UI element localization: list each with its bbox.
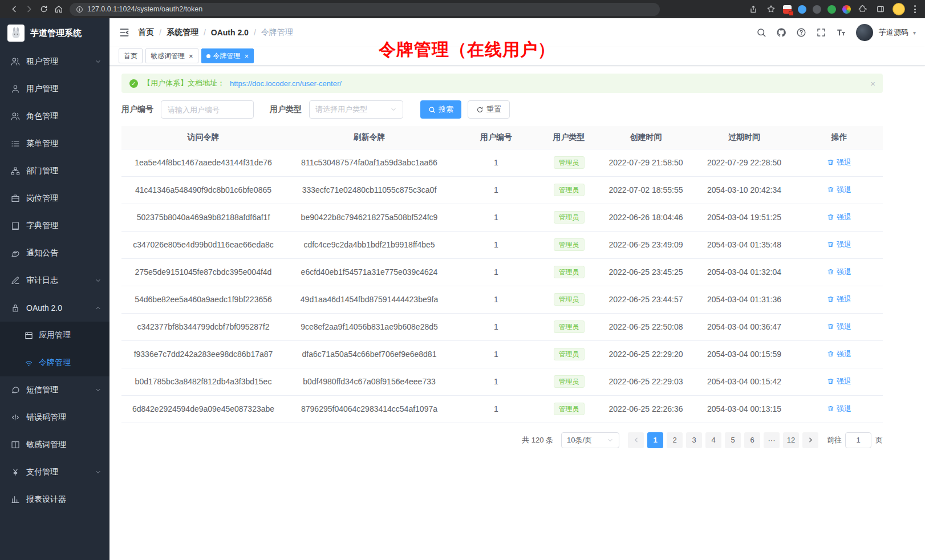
cell-create-time: 2022-06-25 23:45:25: [599, 258, 693, 286]
force-logout-button[interactable]: 强退: [827, 322, 851, 332]
sidebar-item-post[interactable]: 岗位管理: [0, 185, 109, 212]
force-logout-button[interactable]: 强退: [827, 185, 851, 195]
avatar[interactable]: [856, 24, 873, 41]
sidebar-item-oauth2-token[interactable]: 令牌管理: [0, 349, 109, 376]
extension-colorful-icon[interactable]: [842, 5, 851, 14]
sidebar-item-user[interactable]: 用户管理: [0, 75, 109, 103]
sidebar-toggle-icon[interactable]: [875, 3, 886, 15]
sidebar-item-sensitive-word[interactable]: 敏感词管理: [0, 431, 109, 458]
page-button-2[interactable]: 2: [667, 432, 683, 448]
tab-oauth2-token[interactable]: 令牌管理×: [201, 48, 254, 63]
address-bar[interactable]: 127.0.0.1:1024/system/oauth2/token: [70, 3, 660, 16]
extension-dark-icon[interactable]: [813, 5, 821, 14]
breadcrumb-item[interactable]: 首页: [138, 27, 154, 38]
breadcrumb-item[interactable]: 系统管理: [167, 27, 198, 38]
user-type-select[interactable]: 请选择用户类型: [309, 100, 403, 119]
force-logout-button[interactable]: 强退: [827, 267, 851, 277]
browser-menu-icon[interactable]: [911, 5, 918, 13]
reset-button[interactable]: 重置: [468, 100, 510, 119]
sidebar-item-audit-log[interactable]: 审计日志: [0, 267, 109, 294]
force-logout-button[interactable]: 强退: [827, 157, 851, 168]
reload-icon[interactable]: [36, 2, 51, 16]
help-icon[interactable]: [796, 27, 806, 38]
page-button-5[interactable]: 5: [725, 432, 741, 448]
sidebar-item-oauth2-application[interactable]: 应用管理: [0, 322, 109, 349]
page-size-select[interactable]: 10条/页: [561, 432, 619, 448]
cell-user-id: 1: [453, 231, 539, 258]
success-check-icon: ✓: [129, 79, 138, 88]
share-icon[interactable]: [748, 3, 759, 15]
sidebar-item-role[interactable]: 角色管理: [0, 103, 109, 130]
extension-blue-icon[interactable]: [798, 5, 806, 14]
force-logout-button[interactable]: 强退: [827, 240, 851, 250]
tab-home[interactable]: 首页: [119, 48, 143, 63]
forward-icon[interactable]: [22, 2, 36, 16]
sidebar-item-report-designer[interactable]: 报表设计器: [0, 486, 109, 513]
breadcrumb-item[interactable]: OAuth 2.0: [211, 28, 249, 37]
close-icon[interactable]: ×: [870, 79, 875, 88]
page-button-1[interactable]: 1: [647, 432, 663, 448]
sidebar-item-notice[interactable]: 通知公告: [0, 240, 109, 267]
page-ellipsis-button[interactable]: ···: [764, 432, 780, 448]
app-logo[interactable]: 芋道管理系统: [0, 18, 109, 48]
search-button-label: 搜索: [439, 104, 453, 115]
close-icon[interactable]: ×: [189, 52, 193, 60]
columns-icon: [11, 440, 20, 449]
cell-expire-time: 2022-07-29 22:28:50: [693, 149, 796, 176]
sidebar-item-pay[interactable]: 支付管理: [0, 458, 109, 486]
font-size-icon[interactable]: [836, 27, 846, 38]
page-button-12[interactable]: 12: [783, 432, 799, 448]
page-button-4[interactable]: 4: [705, 432, 721, 448]
sidebar-item-sms[interactable]: 短信管理: [0, 376, 109, 404]
cell-access-token: 6d842e2924594de9a09e45e087323abe: [121, 395, 285, 423]
force-logout-button[interactable]: 强退: [827, 212, 851, 222]
home-icon[interactable]: [51, 2, 66, 16]
goto-suffix: 页: [875, 435, 883, 445]
force-logout-button[interactable]: 强退: [827, 349, 851, 359]
bookmark-star-icon[interactable]: [765, 3, 777, 15]
extensions-puzzle-icon[interactable]: [857, 3, 869, 15]
column-header: 操作: [796, 126, 883, 149]
menu-fold-icon[interactable]: [119, 27, 130, 38]
close-icon[interactable]: ×: [245, 52, 249, 60]
page-button-6[interactable]: 6: [744, 432, 760, 448]
github-icon[interactable]: [776, 27, 786, 38]
user-id-input[interactable]: [161, 100, 254, 119]
alert-doc-link[interactable]: https://doc.iocoder.cn/user-center/: [230, 79, 342, 88]
search-icon[interactable]: [756, 27, 766, 38]
cell-user-id: 1: [453, 340, 539, 368]
cell-refresh-token: 333ecfc71e02480cb11055c875c3ca0f: [285, 176, 453, 204]
fullscreen-icon[interactable]: [816, 27, 826, 38]
page-button-3[interactable]: 3: [686, 432, 702, 448]
browser-profile-avatar[interactable]: [892, 3, 905, 15]
table-row: 1ea5e44f8bc1467aaede43144f31de76811c5304…: [121, 149, 883, 176]
sidebar-item-label: 短信管理: [26, 385, 95, 395]
chevron-down-icon[interactable]: ▾: [913, 30, 916, 36]
back-icon[interactable]: [7, 2, 22, 16]
goto-page-input[interactable]: [845, 432, 871, 448]
sidebar-item-oauth2[interactable]: OAuth 2.0: [0, 294, 109, 322]
site-info-icon[interactable]: [76, 6, 83, 13]
sidebar-item-dept[interactable]: 部门管理: [0, 157, 109, 185]
chevron-down-icon: [95, 277, 102, 284]
sidebar-item-error-code[interactable]: 错误码管理: [0, 404, 109, 431]
cell-expire-time: 2054-03-04 00:13:15: [693, 395, 796, 423]
sidebar-item-dict[interactable]: 字典管理: [0, 212, 109, 240]
force-logout-button[interactable]: 强退: [827, 294, 851, 305]
table-row: b0d1785bc3a8482f812db4a3f3bd15ecb0df4980…: [121, 368, 883, 395]
force-logout-button[interactable]: 强退: [827, 404, 851, 414]
next-page-button[interactable]: [802, 432, 818, 448]
sidebar-item-menu[interactable]: 菜单管理: [0, 130, 109, 157]
breadcrumb-separator: /: [254, 28, 256, 37]
delete-icon: [827, 405, 834, 412]
extension-adblock-icon[interactable]: [783, 5, 792, 14]
tab-sensitive-word[interactable]: 敏感词管理×: [145, 48, 198, 63]
prev-page-button[interactable]: [628, 432, 644, 448]
user-id-label: 用户编号: [121, 104, 153, 115]
sidebar-item-tenant[interactable]: 租户管理: [0, 48, 109, 75]
force-logout-button[interactable]: 强退: [827, 376, 851, 387]
extension-green-icon[interactable]: [827, 5, 836, 14]
user-name[interactable]: 芋道源码: [879, 27, 908, 38]
search-button[interactable]: 搜索: [420, 100, 461, 119]
column-header: 刷新令牌: [285, 126, 453, 149]
